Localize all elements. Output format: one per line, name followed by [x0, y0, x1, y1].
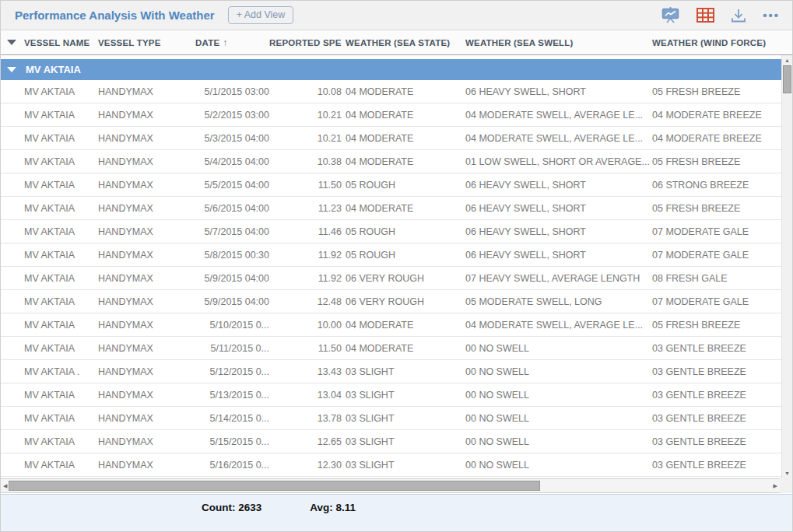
vertical-scrollbar-thumb[interactable] [783, 65, 791, 93]
scroll-left-arrow-icon[interactable]: ◀ [3, 483, 7, 488]
table-row[interactable]: MV AKTAIAHANDYMAX5/6/2015 04:0011.2304 M… [1, 197, 783, 220]
cell-wind_force: 03 GENTLE BREEZE [651, 366, 783, 377]
cell-vessel: MV AKTAIA [24, 226, 98, 237]
cell-sea_swell: 06 HEAVY SWELL, SHORT [464, 180, 651, 191]
scroll-up-arrow-icon[interactable]: ▲ [782, 58, 792, 63]
column-header-sea_state[interactable]: WEATHER (SEA STATE) [342, 38, 464, 47]
cell-sea_state: 03 SLIGHT [342, 390, 464, 401]
table-row[interactable]: MV AKTAIAHANDYMAX5/1/2015 03:0010.0804 M… [1, 80, 783, 103]
cell-speed: 11.46 [269, 226, 342, 237]
table-row[interactable]: MV AKTAIAHANDYMAX5/8/2015 00:3011.9205 R… [1, 243, 783, 267]
cell-type: HANDYMAX [98, 436, 188, 447]
cell-type: HANDYMAX [98, 413, 188, 424]
cell-sea_swell: 00 NO SWELL [464, 460, 651, 471]
cell-wind_force: 04 MODERATE BREEZE [651, 110, 783, 121]
table-row[interactable]: MV AKTAIAHANDYMAX5/2/2015 03:0010.2104 M… [1, 103, 783, 127]
cell-sea_state: 04 MODERATE [342, 156, 464, 167]
table-row[interactable]: MV AKTAIAHANDYMAX5/11/2015 0...11.5004 M… [1, 337, 783, 360]
cell-sea_state: 04 MODERATE [342, 110, 464, 121]
group-header-row[interactable]: MV AKTAIA [1, 59, 783, 80]
column-header-date[interactable]: DATE↑ [188, 37, 269, 48]
table-row[interactable]: MV AKTAIA .HANDYMAX5/12/2015 0...13.4303… [1, 360, 783, 383]
table-row[interactable]: MV AKTAIAHANDYMAX5/15/2015 0...12.6503 S… [1, 430, 783, 453]
cell-date: 5/5/2015 04:00 [188, 180, 269, 191]
cell-sea_state: 03 SLIGHT [342, 436, 464, 447]
cell-speed: 11.50 [269, 343, 342, 354]
cell-sea_state: 06 VERY ROUGH [342, 273, 464, 284]
more-options-icon[interactable]: ••• [763, 9, 780, 21]
scroll-right-arrow-icon[interactable]: ▶ [774, 483, 777, 488]
cell-type: HANDYMAX [98, 366, 188, 377]
table-row[interactable]: MV AKTAIAHANDYMAX5/9/2015 04:0011.9206 V… [1, 267, 783, 290]
table-view-icon[interactable] [697, 8, 714, 23]
cell-speed: 11.92 [269, 250, 342, 261]
cell-speed: 12.48 [269, 296, 342, 307]
column-header-wind_force[interactable]: WEATHER (WIND FORCE) [651, 38, 783, 47]
collapse-all-button[interactable] [1, 40, 24, 45]
column-header-vessel[interactable]: VESSEL NAME [24, 38, 98, 47]
cell-wind_force: 05 FRESH BREEZE [651, 320, 783, 331]
table-row[interactable]: MV AKTAIAHANDYMAX5/9/2015 04:0012.4806 V… [1, 290, 783, 313]
cell-sea_swell: 00 NO SWELL [464, 366, 651, 377]
table-row[interactable]: MV AKTAIAHANDYMAX5/7/2015 04:0011.4605 R… [1, 220, 783, 243]
scroll-down-arrow-icon[interactable]: ▼ [782, 471, 792, 476]
cell-sea_state: 03 SLIGHT [342, 366, 464, 377]
cell-sea_swell: 07 HEAVY SWELL, AVERAGE LENGTH [464, 273, 651, 284]
cell-date: 5/9/2015 04:00 [188, 273, 269, 284]
cell-date: 5/1/2015 03:00 [188, 86, 269, 97]
cell-sea_swell: 06 HEAVY SWELL, SHORT [464, 86, 651, 97]
vertical-scrollbar[interactable]: ▲ ▼ [781, 55, 792, 478]
table-body: MV AKTAIAHANDYMAX5/1/2015 03:0010.0804 M… [1, 80, 783, 477]
cell-vessel: MV AKTAIA [24, 390, 98, 401]
toolbar: ••• [661, 7, 780, 23]
cell-vessel: MV AKTAIA [24, 203, 98, 214]
cell-type: HANDYMAX [98, 250, 188, 261]
cell-date: 5/7/2015 04:00 [188, 226, 269, 237]
cell-date: 5/14/2015 0... [188, 413, 269, 424]
cell-wind_force: 03 GENTLE BREEZE [651, 436, 783, 447]
table-row[interactable]: MV AKTAIAHANDYMAX5/3/2015 04:0010.2104 M… [1, 127, 783, 150]
horizontal-scrollbar[interactable]: ◀ ▶ [1, 478, 781, 493]
cell-speed: 10.21 [269, 110, 342, 121]
scrollbar-corner [780, 478, 792, 493]
cell-sea_state: 06 VERY ROUGH [342, 296, 464, 307]
cell-sea_state: 05 ROUGH [342, 226, 464, 237]
column-header-speed[interactable]: REPORTED SPEED [269, 38, 342, 47]
horizontal-scrollbar-thumb[interactable] [9, 481, 540, 491]
table-row[interactable]: MV AKTAIAHANDYMAX5/5/2015 04:0011.5005 R… [1, 173, 783, 197]
cell-vessel: MV AKTAIA [24, 156, 98, 167]
cell-sea_state: 04 MODERATE [342, 343, 464, 354]
cell-wind_force: 05 FRESH BREEZE [651, 203, 783, 214]
cell-sea_swell: 05 MODERATE SWELL, LONG [464, 296, 651, 307]
cell-sea_state: 04 MODERATE [342, 133, 464, 144]
cell-sea_state: 04 MODERATE [342, 203, 464, 214]
cell-wind_force: 03 GENTLE BREEZE [651, 343, 783, 354]
cell-type: HANDYMAX [98, 180, 188, 191]
table-row[interactable]: MV AKTAIAHANDYMAX5/14/2015 0...13.7803 S… [1, 407, 783, 430]
cell-date: 5/6/2015 04:00 [188, 203, 269, 214]
cell-vessel: MV AKTAIA [24, 133, 98, 144]
cell-speed: 10.38 [269, 156, 342, 167]
cell-type: HANDYMAX [98, 203, 188, 214]
add-view-button[interactable]: + Add View [228, 6, 294, 24]
table-row[interactable]: MV AKTAIAHANDYMAX5/4/2015 04:0010.3804 M… [1, 150, 783, 173]
chevron-down-icon [7, 40, 16, 45]
chart-view-icon[interactable] [661, 7, 680, 23]
count-summary: Count: 2633 [202, 502, 261, 513]
cell-sea_swell: 04 MODERATE SWELL, AVERAGE LE... [464, 110, 651, 121]
column-header-sea_swell[interactable]: WEATHER (SEA SWELL) [464, 38, 651, 47]
cell-vessel: MV AKTAIA [24, 110, 98, 121]
cell-date: 5/16/2015 0... [188, 460, 269, 471]
cell-sea_state: 03 SLIGHT [342, 460, 464, 471]
table-row[interactable]: MV AKTAIAHANDYMAX5/16/2015 0...12.3003 S… [1, 453, 783, 477]
page-title: Performance Analysis With Weather [15, 9, 215, 22]
cell-vessel: MV AKTAIA [24, 296, 98, 307]
cell-date: 5/9/2015 04:00 [188, 296, 269, 307]
download-icon[interactable] [731, 8, 746, 23]
table-row[interactable]: MV AKTAIAHANDYMAX5/10/2015 0...10.0004 M… [1, 313, 783, 337]
cell-speed: 12.30 [269, 460, 342, 471]
column-header-type[interactable]: VESSEL TYPE [98, 38, 188, 47]
cell-sea_state: 04 MODERATE [342, 86, 464, 97]
cell-vessel: MV AKTAIA [24, 320, 98, 331]
table-row[interactable]: MV AKTAIAHANDYMAX5/13/2015 0...13.0403 S… [1, 383, 783, 407]
